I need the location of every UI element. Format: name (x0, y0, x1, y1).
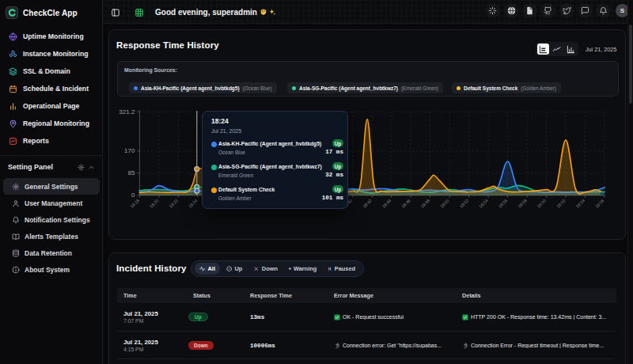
svg-text:18:54: 18:54 (478, 198, 489, 209)
svg-text:18:42: 18:42 (362, 198, 373, 209)
svg-text:19:06: 19:06 (594, 198, 605, 209)
svg-text:18:22: 18:22 (168, 198, 179, 209)
svg-text:18:50: 18:50 (439, 198, 450, 209)
svg-text:0: 0 (131, 191, 135, 199)
svg-text:321.2: 321.2 (119, 108, 135, 116)
svg-text:19:04: 19:04 (574, 198, 586, 209)
svg-text:18:44: 18:44 (381, 198, 392, 209)
svg-text:19:02: 19:02 (555, 198, 567, 209)
svg-text:18:18: 18:18 (129, 198, 140, 209)
svg-text:19:00: 19:00 (536, 198, 547, 209)
svg-text:18:56: 18:56 (498, 198, 509, 209)
svg-text:18:48: 18:48 (420, 198, 431, 209)
svg-text:18:52: 18:52 (459, 198, 470, 209)
svg-text:170: 170 (124, 147, 135, 154)
svg-text:85: 85 (127, 169, 135, 176)
svg-text:18:20: 18:20 (149, 198, 160, 209)
svg-text:18:24: 18:24 (188, 198, 199, 209)
svg-text:18:58: 18:58 (517, 198, 528, 209)
svg-text:18:46: 18:46 (400, 198, 411, 209)
